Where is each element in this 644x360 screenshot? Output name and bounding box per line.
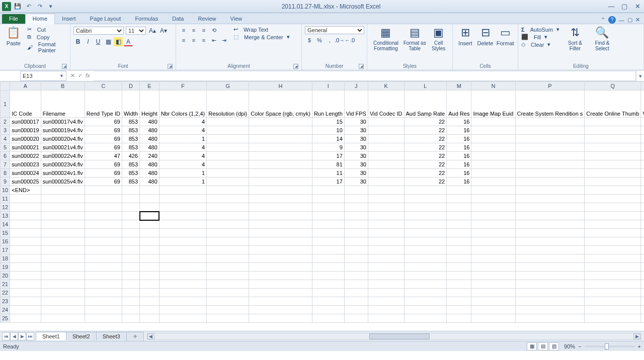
- cell[interactable]: [122, 254, 139, 263]
- row-header[interactable]: 12: [1, 203, 10, 212]
- cell[interactable]: [447, 220, 471, 229]
- cell[interactable]: [471, 229, 515, 237]
- cell[interactable]: [207, 237, 249, 246]
- last-sheet-button[interactable]: ⏭: [26, 332, 34, 340]
- cell[interactable]: [140, 237, 159, 246]
- cell[interactable]: [140, 195, 159, 203]
- cell[interactable]: [447, 263, 471, 272]
- column-header[interactable]: Q: [585, 82, 641, 91]
- cell[interactable]: [404, 220, 447, 229]
- cell[interactable]: [312, 289, 344, 297]
- cell[interactable]: [515, 229, 585, 237]
- cell[interactable]: [140, 254, 159, 263]
- cell[interactable]: [85, 195, 122, 203]
- cell[interactable]: [344, 254, 368, 263]
- cell[interactable]: [471, 263, 515, 272]
- new-sheet-button[interactable]: ✧: [126, 332, 144, 341]
- cell[interactable]: [471, 314, 515, 323]
- cell[interactable]: [207, 314, 249, 323]
- cell[interactable]: [41, 237, 85, 246]
- cell[interactable]: [312, 314, 344, 323]
- cell[interactable]: [471, 280, 515, 289]
- cell[interactable]: [85, 280, 122, 289]
- cell[interactable]: [249, 169, 312, 177]
- cell[interactable]: 22: [404, 143, 447, 152]
- cell[interactable]: [515, 152, 585, 160]
- cell[interactable]: <END>: [10, 186, 41, 195]
- cell[interactable]: [312, 229, 344, 237]
- cell[interactable]: [41, 314, 85, 323]
- enter-formula-icon[interactable]: ✓: [78, 72, 83, 79]
- cell[interactable]: [344, 203, 368, 212]
- cell[interactable]: [447, 272, 471, 280]
- cell[interactable]: [249, 263, 312, 272]
- cell[interactable]: [41, 272, 85, 280]
- cell[interactable]: [312, 280, 344, 289]
- font-size-select[interactable]: 11: [126, 27, 146, 35]
- paste-button[interactable]: 📋 Paste: [3, 26, 24, 53]
- cell[interactable]: [344, 306, 368, 314]
- cell[interactable]: 22: [404, 177, 447, 186]
- cell[interactable]: [207, 297, 249, 306]
- cell[interactable]: [368, 229, 404, 237]
- grow-font-button[interactable]: A▴: [148, 26, 157, 35]
- row-header[interactable]: 10: [1, 186, 10, 195]
- cell[interactable]: [10, 314, 41, 323]
- column-header[interactable]: G: [207, 82, 249, 91]
- qat-dropdown[interactable]: ▾: [46, 2, 55, 11]
- font-dialog-launcher[interactable]: ◢: [168, 64, 173, 69]
- cell[interactable]: [10, 297, 41, 306]
- cell[interactable]: 16: [447, 118, 471, 126]
- header-cell[interactable]: Rend Type ID: [85, 91, 122, 118]
- cell[interactable]: sun000025: [10, 177, 41, 186]
- row-header[interactable]: 9: [1, 177, 10, 186]
- cell[interactable]: 1: [159, 135, 206, 143]
- tab-data[interactable]: Data: [165, 14, 191, 24]
- cell[interactable]: 4: [159, 118, 206, 126]
- cell[interactable]: [447, 229, 471, 237]
- cell[interactable]: [41, 263, 85, 272]
- cell[interactable]: [641, 289, 644, 297]
- cell[interactable]: [312, 212, 344, 220]
- cell[interactable]: [85, 186, 122, 195]
- cell[interactable]: [515, 272, 585, 280]
- cell[interactable]: [85, 212, 122, 220]
- column-header[interactable]: E: [140, 82, 159, 91]
- cell[interactable]: [85, 254, 122, 263]
- cell[interactable]: [41, 203, 85, 212]
- header-cell[interactable]: Create Online Thumb: [585, 91, 641, 118]
- cell[interactable]: [122, 263, 139, 272]
- cell[interactable]: [515, 169, 585, 177]
- column-header[interactable]: I: [312, 82, 344, 91]
- cell[interactable]: [471, 272, 515, 280]
- cell[interactable]: [515, 177, 585, 186]
- scroll-thumb[interactable]: [369, 333, 430, 339]
- column-header[interactable]: N: [471, 82, 515, 91]
- cell[interactable]: [515, 135, 585, 143]
- formula-input[interactable]: [93, 71, 636, 81]
- cell[interactable]: [10, 306, 41, 314]
- comma-button[interactable]: ,: [325, 36, 334, 44]
- name-box-dropdown[interactable]: ▼: [59, 73, 64, 78]
- column-header[interactable]: D: [122, 82, 139, 91]
- cell[interactable]: [471, 177, 515, 186]
- cell[interactable]: [471, 160, 515, 169]
- cell[interactable]: [471, 143, 515, 152]
- header-cell[interactable]: Resolution (dpi): [207, 91, 249, 118]
- cell[interactable]: [312, 272, 344, 280]
- cell[interactable]: [515, 237, 585, 246]
- cell[interactable]: [249, 203, 312, 212]
- cell[interactable]: [122, 246, 139, 254]
- cell[interactable]: [312, 237, 344, 246]
- cell[interactable]: [159, 203, 206, 212]
- restore-button[interactable]: ▢: [620, 3, 629, 10]
- copy-button[interactable]: ⧉ Copy: [27, 34, 67, 40]
- cell[interactable]: [404, 297, 447, 306]
- cell[interactable]: [312, 220, 344, 229]
- bold-button[interactable]: B: [73, 37, 83, 46]
- row-header[interactable]: 16: [1, 237, 10, 246]
- cell[interactable]: 16: [447, 152, 471, 160]
- orientation-button[interactable]: ⟲: [209, 26, 218, 34]
- cell[interactable]: [404, 289, 447, 297]
- cell[interactable]: [515, 212, 585, 220]
